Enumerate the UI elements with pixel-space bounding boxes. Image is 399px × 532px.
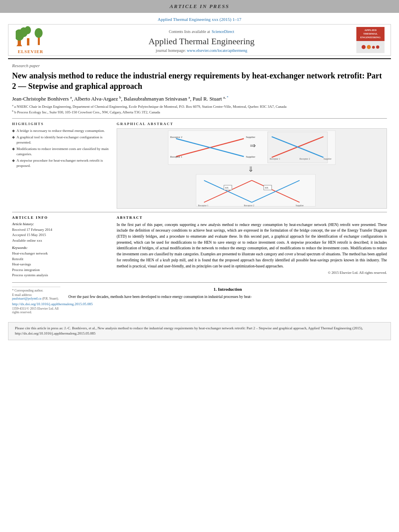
introduction-section: * Corresponding author. E-mail address: …: [12, 287, 387, 314]
svg-text:Receptor 2: Receptor 2: [170, 135, 183, 138]
svg-text:HX: HX: [265, 187, 269, 189]
keyword-2: Retrofit: [12, 257, 109, 262]
svg-text:Supplier: Supplier: [296, 204, 304, 207]
introduction-heading: 1. Introduction: [68, 287, 387, 292]
svg-text:⇒: ⇒: [250, 141, 256, 149]
svg-text:Receptor 1: Receptor 1: [270, 158, 280, 160]
highlights-graphical-section: HIGHLIGHTS ◆ A bridge is necessary to re…: [12, 122, 387, 209]
full-divider-1: [12, 282, 387, 283]
elsevier-logo: ELSEVIER: [12, 26, 49, 54]
svg-text:⇓: ⇓: [248, 165, 254, 173]
highlights-column: HIGHLIGHTS ◆ A bridge is necessary to re…: [12, 122, 109, 209]
doi-link[interactable]: http://dx.doi.org/10.1016/j.applthermale…: [12, 302, 60, 306]
svg-text:Supplier: Supplier: [323, 158, 331, 160]
abstract-text: In the first part of this paper, concept…: [117, 222, 387, 269]
authors: Jean-Christophe Bonhivers a, Alberto Alv…: [12, 95, 387, 102]
article-title: New analysis method to reduce the indust…: [12, 70, 387, 91]
svg-text:Receptor 1: Receptor 1: [170, 155, 183, 158]
bullet-icon: ◆: [12, 135, 15, 140]
issn-text: 1359-4311/© 2015 Elsevier Ltd. All right…: [12, 307, 60, 314]
abstract-column: ABSTRACT In the first part of this paper…: [117, 216, 387, 278]
journal-homepage: journal homepage: www.elsevier.com/locat…: [49, 48, 354, 53]
journal-volume-link[interactable]: Applied Thermal Engineering xxx (2015) 1…: [158, 17, 241, 22]
footnotes-column: * Corresponding author. E-mail address: …: [12, 287, 60, 314]
graphical-abstract-heading: GRAPHICAL ABSTRACT: [117, 122, 387, 126]
accepted-date: Accepted 15 May 2015: [12, 232, 109, 238]
keyword-3: Heat-savings: [12, 262, 109, 267]
graphical-abstract-image: Receptor 1 Receptor 2 Supplier Supplier …: [117, 128, 387, 209]
article-info-column: ARTICLE INFO Article history: Received 1…: [12, 216, 109, 278]
article-history-label: Article history:: [12, 222, 109, 226]
corresponding-note: * Corresponding author.: [12, 289, 60, 292]
journal-logo-right: APPLIED THERMAL ENGINEERING: [354, 27, 387, 53]
highlights-heading: HIGHLIGHTS: [12, 122, 109, 126]
elsevier-label: ELSEVIER: [18, 49, 43, 54]
highlight-item-3: ◆ Modifications to reduce investment cos…: [12, 146, 109, 156]
highlights-list: ◆ A bridge is necessary to reduce therma…: [12, 128, 109, 168]
article-type-label: Research paper: [12, 63, 387, 68]
bullet-icon: ◆: [12, 128, 15, 134]
svg-point-3: [25, 26, 31, 34]
elsevier-tree-icon: [16, 26, 46, 48]
article-info-heading: ARTICLE INFO: [12, 216, 109, 220]
sciencedirect-link[interactable]: ScienceDirect: [212, 29, 234, 34]
email-link[interactable]: paulstuart@polymtl.ca: [12, 297, 41, 300]
email-note: E-mail address: paulstuart@polymtl.ca (P…: [12, 293, 60, 300]
highlight-item-1: ◆ A bridge is necessary to reduce therma…: [12, 128, 109, 134]
keyword-1: Heat-exchanger network: [12, 251, 109, 257]
svg-text:Receptor 2: Receptor 2: [244, 204, 254, 207]
journal-header: Applied Thermal Engineering xxx (2015) 1…: [0, 13, 399, 58]
svg-text:Supplier: Supplier: [246, 135, 255, 138]
contents-label: Contents lists available at: [169, 29, 210, 34]
keyword-4: Process integration: [12, 267, 109, 273]
article-content: Research paper New analysis method to re…: [0, 59, 399, 318]
introduction-text-column: 1. Introduction Over the past few decade…: [68, 287, 387, 314]
graphical-abstract-column: GRAPHICAL ABSTRACT Receptor 1 Receptor 2…: [117, 122, 387, 209]
bullet-icon: ◆: [12, 158, 15, 163]
info-abstract-section: ARTICLE INFO Article history: Received 1…: [12, 216, 387, 278]
journal-title: Applied Thermal Engineering: [49, 36, 354, 47]
affiliations: a a NSERC Chair in Design Engineering, D…: [12, 104, 387, 115]
section-divider-2: [12, 212, 387, 212]
keywords-label: Keywords:: [12, 246, 109, 250]
journal-homepage-link[interactable]: www.elsevier.com/locate/apthermeng: [187, 48, 247, 53]
svg-point-6: [35, 28, 43, 38]
svg-rect-4: [27, 38, 29, 45]
copyright-text: © 2015 Elsevier Ltd. All rights reserved…: [117, 271, 387, 275]
bullet-icon: ◆: [12, 146, 15, 152]
svg-text:Receptor 2: Receptor 2: [300, 158, 310, 160]
svg-text:Supplier: Supplier: [246, 155, 255, 158]
journal-center-info: Contents lists available at ScienceDirec…: [49, 27, 354, 53]
highlight-item-4: ◆ A stepwise procedure for heat-exchange…: [12, 158, 109, 168]
svg-text:Receptor 1: Receptor 1: [198, 204, 208, 207]
highlight-item-2: ◆ A graphical tool to identify heat-exch…: [12, 135, 109, 145]
available-online: Available online xxx: [12, 238, 109, 244]
introduction-text: Over the past few decades, methods have …: [68, 294, 387, 300]
abstract-heading: ABSTRACT: [117, 216, 387, 220]
citation-footer: Please cite this article in press as: J.…: [8, 322, 391, 340]
section-divider-1: [12, 118, 387, 119]
journal-logo-box: APPLIED THERMAL ENGINEERING: [356, 27, 385, 41]
journal-logo-decoration: [356, 41, 385, 53]
svg-text:HX: HX: [225, 187, 229, 189]
received-date: Received 17 February 2014: [12, 227, 109, 233]
article-in-press-banner: ARTICLE IN PRESS: [0, 0, 399, 13]
keyword-5: Process systems analysis: [12, 273, 109, 278]
